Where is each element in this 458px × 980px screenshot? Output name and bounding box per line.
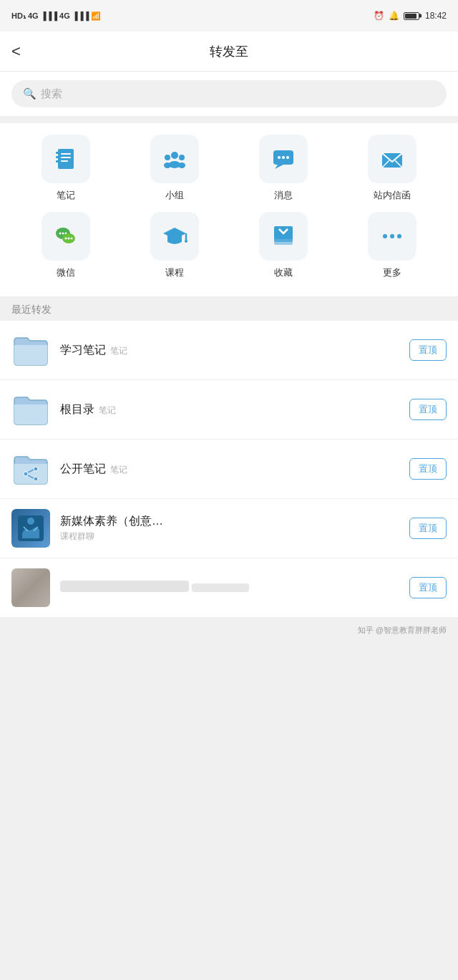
blurred-subtitle bbox=[192, 583, 249, 592]
icon-box-more bbox=[368, 212, 416, 261]
icon-item-mail[interactable]: 站内信函 bbox=[349, 135, 435, 202]
svg-rect-5 bbox=[61, 157, 71, 158]
watermark: 知乎 @智意教育胖胖老师 bbox=[0, 618, 458, 643]
section-label-text: 最近转发 bbox=[11, 304, 52, 315]
pin-button-1[interactable]: 置顶 bbox=[409, 339, 447, 361]
main-content: 🔍 搜索 笔记 bbox=[0, 72, 458, 643]
svg-rect-6 bbox=[61, 160, 68, 162]
status-bar: HD₁ 4G ▐▐▐ 4G ▐▐▐ 📶 ⏰ 🔔 18:42 bbox=[0, 0, 458, 31]
item-type-3: 笔记 bbox=[110, 465, 127, 475]
svg-marker-14 bbox=[275, 165, 283, 169]
item-thumb-2 bbox=[11, 390, 50, 429]
item-type-2: 笔记 bbox=[99, 405, 116, 415]
svg-point-44 bbox=[27, 518, 34, 525]
network-label: HD₁ 4G ▐▐▐ 4G ▐▐▐ 📶 bbox=[11, 11, 101, 21]
notes-icon bbox=[53, 146, 79, 172]
pin-button-2[interactable]: 置顶 bbox=[409, 399, 447, 420]
svg-point-17 bbox=[286, 156, 289, 159]
back-button[interactable]: < bbox=[11, 42, 21, 61]
watermark-text: 知乎 @智意教育胖胖老师 bbox=[358, 626, 447, 634]
svg-point-35 bbox=[383, 234, 387, 238]
svg-point-28 bbox=[71, 238, 73, 240]
item-name-2: 根目录 bbox=[60, 403, 94, 415]
icon-item-course[interactable]: 课程 bbox=[132, 212, 218, 279]
more-icon bbox=[379, 223, 405, 249]
item-thumb-1 bbox=[11, 331, 50, 369]
icon-item-collect[interactable]: 收藏 bbox=[240, 212, 326, 279]
svg-point-9 bbox=[179, 155, 185, 160]
icon-item-wechat[interactable]: 微信 bbox=[23, 212, 109, 279]
recent-list: 学习笔记笔记 置顶 根目录笔记 置顶 bbox=[0, 321, 458, 618]
item-type-4: 课程群聊 bbox=[60, 531, 94, 541]
svg-point-26 bbox=[65, 238, 67, 240]
svg-point-39 bbox=[34, 467, 38, 471]
svg-point-11 bbox=[164, 162, 171, 168]
svg-point-36 bbox=[390, 234, 394, 238]
svg-point-23 bbox=[62, 233, 64, 235]
course-icon bbox=[162, 223, 187, 249]
icon-label-more: 更多 bbox=[383, 266, 401, 279]
search-placeholder-text: 搜索 bbox=[41, 87, 62, 101]
status-left: HD₁ 4G ▐▐▐ 4G ▐▐▐ 📶 bbox=[11, 11, 101, 21]
svg-point-12 bbox=[178, 162, 185, 168]
icon-item-notes[interactable]: 笔记 bbox=[23, 135, 109, 202]
section-label: 最近转发 bbox=[0, 296, 458, 321]
blurred-name bbox=[60, 581, 189, 592]
search-container: 🔍 搜索 bbox=[0, 72, 458, 116]
icons-row-2: 微信 课程 bbox=[11, 212, 447, 279]
item-info-3: 公开笔记笔记 bbox=[60, 462, 399, 477]
item-info-1: 学习笔记笔记 bbox=[60, 343, 399, 358]
svg-rect-4 bbox=[61, 153, 71, 155]
pin-button-5[interactable]: 置顶 bbox=[409, 577, 447, 598]
icon-label-collect: 收藏 bbox=[274, 266, 293, 279]
pin-button-4[interactable]: 置顶 bbox=[409, 518, 447, 539]
media-thumb-icon bbox=[16, 514, 45, 543]
icon-box-collect bbox=[259, 212, 308, 261]
list-item: 新媒体素养（创意… 课程群聊 置顶 bbox=[0, 499, 458, 558]
icon-label-mail: 站内信函 bbox=[374, 189, 411, 202]
folder-icon-1 bbox=[11, 331, 50, 369]
icon-item-more[interactable]: 更多 bbox=[349, 212, 435, 279]
header: < 转发至 bbox=[0, 31, 458, 72]
time-label: 18:42 bbox=[425, 11, 447, 21]
blurred-thumbnail bbox=[11, 568, 50, 607]
svg-point-16 bbox=[282, 156, 285, 159]
icon-box-notes bbox=[42, 135, 90, 183]
media-thumbnail bbox=[11, 509, 50, 548]
svg-point-37 bbox=[397, 234, 401, 238]
list-item: 根目录笔记 置顶 bbox=[0, 380, 458, 440]
svg-rect-2 bbox=[56, 156, 59, 158]
item-name-3: 公开笔记 bbox=[60, 462, 106, 475]
group-icon bbox=[162, 146, 187, 172]
page-title: 转发至 bbox=[210, 43, 248, 60]
item-name-1: 学习笔记 bbox=[60, 344, 106, 356]
search-box[interactable]: 🔍 搜索 bbox=[11, 80, 447, 107]
item-thumb-4 bbox=[11, 509, 50, 548]
item-thumb-3 bbox=[11, 450, 50, 488]
icon-label-group: 小组 bbox=[165, 189, 184, 202]
svg-rect-3 bbox=[56, 160, 59, 162]
icon-item-group[interactable]: 小组 bbox=[132, 135, 218, 202]
alarm-icon: ⏰ bbox=[374, 11, 384, 21]
icon-box-message bbox=[259, 135, 308, 183]
item-name-4: 新媒体素养（创意… bbox=[60, 515, 163, 527]
svg-rect-0 bbox=[58, 149, 74, 169]
list-item: 学习笔记笔记 置顶 bbox=[0, 321, 458, 380]
message-icon bbox=[271, 146, 296, 172]
svg-point-40 bbox=[34, 477, 38, 481]
folder-share-icon bbox=[11, 450, 50, 488]
search-icon: 🔍 bbox=[23, 87, 36, 100]
svg-rect-1 bbox=[56, 152, 59, 154]
folder-icon-2 bbox=[11, 390, 50, 429]
svg-point-15 bbox=[278, 156, 281, 159]
item-type-1: 笔记 bbox=[110, 346, 127, 356]
icon-item-message[interactable]: 消息 bbox=[240, 135, 326, 202]
icon-box-wechat bbox=[42, 212, 90, 261]
svg-point-38 bbox=[24, 472, 28, 476]
icon-box-group bbox=[150, 135, 199, 183]
mail-icon bbox=[379, 146, 405, 172]
icons-section: 笔记 小组 bbox=[0, 123, 458, 296]
item-info-5 bbox=[60, 581, 399, 595]
icon-label-wechat: 微信 bbox=[57, 266, 75, 279]
pin-button-3[interactable]: 置顶 bbox=[409, 458, 447, 480]
